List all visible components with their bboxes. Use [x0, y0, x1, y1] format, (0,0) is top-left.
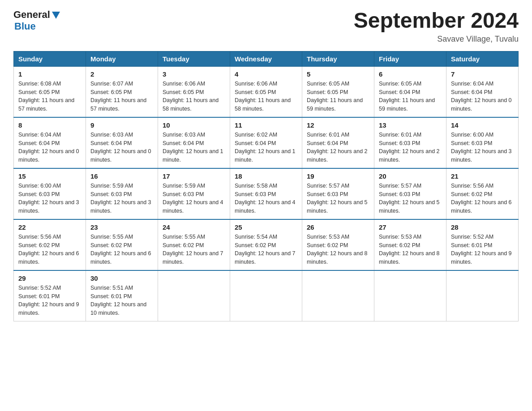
- day-info: Sunrise: 6:07 AMSunset: 6:05 PMDaylight:…: [90, 80, 153, 113]
- calendar-cell: [446, 270, 519, 321]
- day-info: Sunrise: 6:02 AMSunset: 6:04 PMDaylight:…: [235, 131, 297, 164]
- day-info: Sunrise: 6:06 AMSunset: 6:05 PMDaylight:…: [235, 80, 297, 113]
- calendar-cell: 30Sunrise: 5:51 AMSunset: 6:01 PMDayligh…: [86, 270, 158, 321]
- header-friday: Friday: [374, 51, 446, 66]
- calendar-week-row: 1Sunrise: 6:08 AMSunset: 6:05 PMDaylight…: [14, 66, 519, 117]
- calendar-cell: 23Sunrise: 5:55 AMSunset: 6:02 PMDayligh…: [86, 219, 158, 270]
- calendar-cell: 14Sunrise: 6:00 AMSunset: 6:03 PMDayligh…: [446, 117, 519, 168]
- logo-triangle-icon: [51, 10, 61, 20]
- day-number: 28: [451, 223, 514, 231]
- day-info: Sunrise: 5:59 AMSunset: 6:03 PMDaylight:…: [163, 182, 225, 215]
- day-info: Sunrise: 6:03 AMSunset: 6:04 PMDaylight:…: [163, 131, 225, 164]
- day-info: Sunrise: 5:58 AMSunset: 6:03 PMDaylight:…: [235, 182, 297, 215]
- header-saturday: Saturday: [446, 51, 519, 66]
- day-number: 8: [18, 121, 81, 129]
- logo-blue: Blue: [14, 21, 36, 32]
- calendar-cell: 20Sunrise: 5:57 AMSunset: 6:03 PMDayligh…: [374, 168, 446, 219]
- day-number: 29: [18, 274, 81, 282]
- logo-general: General: [13, 9, 50, 21]
- day-info: Sunrise: 6:04 AMSunset: 6:04 PMDaylight:…: [451, 80, 514, 113]
- day-info: Sunrise: 5:51 AMSunset: 6:01 PMDaylight:…: [90, 284, 153, 317]
- day-info: Sunrise: 5:52 AMSunset: 6:01 PMDaylight:…: [451, 233, 514, 266]
- day-number: 26: [307, 223, 369, 231]
- day-number: 14: [451, 121, 514, 129]
- header-sunday: Sunday: [14, 51, 86, 66]
- day-number: 10: [163, 121, 225, 129]
- day-info: Sunrise: 6:00 AMSunset: 6:03 PMDaylight:…: [18, 182, 81, 215]
- day-info: Sunrise: 5:55 AMSunset: 6:02 PMDaylight:…: [90, 233, 153, 266]
- day-info: Sunrise: 6:01 AMSunset: 6:04 PMDaylight:…: [307, 131, 369, 164]
- day-info: Sunrise: 5:53 AMSunset: 6:02 PMDaylight:…: [379, 233, 442, 266]
- day-info: Sunrise: 6:06 AMSunset: 6:05 PMDaylight:…: [163, 80, 225, 113]
- calendar-week-row: 8Sunrise: 6:04 AMSunset: 6:04 PMDaylight…: [14, 117, 519, 168]
- day-info: Sunrise: 5:57 AMSunset: 6:03 PMDaylight:…: [379, 182, 442, 215]
- day-number: 6: [379, 70, 442, 78]
- day-number: 22: [18, 223, 81, 231]
- calendar-cell: 11Sunrise: 6:02 AMSunset: 6:04 PMDayligh…: [230, 117, 302, 168]
- day-info: Sunrise: 6:03 AMSunset: 6:04 PMDaylight:…: [90, 131, 153, 164]
- day-number: 24: [163, 223, 225, 231]
- calendar-cell: 3Sunrise: 6:06 AMSunset: 6:05 PMDaylight…: [158, 66, 230, 117]
- calendar-cell: [158, 270, 230, 321]
- day-info: Sunrise: 6:01 AMSunset: 6:03 PMDaylight:…: [379, 131, 442, 164]
- calendar-header-row: SundayMondayTuesdayWednesdayThursdayFrid…: [14, 51, 519, 66]
- calendar-cell: 19Sunrise: 5:57 AMSunset: 6:03 PMDayligh…: [302, 168, 374, 219]
- day-info: Sunrise: 6:00 AMSunset: 6:03 PMDaylight:…: [451, 131, 514, 164]
- day-info: Sunrise: 5:57 AMSunset: 6:03 PMDaylight:…: [307, 182, 369, 215]
- day-number: 25: [235, 223, 297, 231]
- day-number: 3: [163, 70, 225, 78]
- logo: General Blue: [13, 9, 61, 32]
- day-number: 5: [307, 70, 369, 78]
- calendar-cell: 6Sunrise: 6:05 AMSunset: 6:04 PMDaylight…: [374, 66, 446, 117]
- page-header: General Blue September 2024 Savave Villa…: [13, 9, 519, 44]
- day-number: 4: [235, 70, 297, 78]
- calendar-cell: 28Sunrise: 5:52 AMSunset: 6:01 PMDayligh…: [446, 219, 519, 270]
- calendar-cell: 5Sunrise: 6:05 AMSunset: 6:05 PMDaylight…: [302, 66, 374, 117]
- day-info: Sunrise: 5:56 AMSunset: 6:02 PMDaylight:…: [18, 233, 81, 266]
- calendar-cell: 7Sunrise: 6:04 AMSunset: 6:04 PMDaylight…: [446, 66, 519, 117]
- location-subtitle: Savave Village, Tuvalu: [354, 34, 519, 44]
- calendar-week-row: 15Sunrise: 6:00 AMSunset: 6:03 PMDayligh…: [14, 168, 519, 219]
- calendar-cell: [302, 270, 374, 321]
- calendar-cell: 2Sunrise: 6:07 AMSunset: 6:05 PMDaylight…: [86, 66, 158, 117]
- day-info: Sunrise: 6:05 AMSunset: 6:05 PMDaylight:…: [307, 80, 369, 113]
- calendar-cell: 21Sunrise: 5:56 AMSunset: 6:02 PMDayligh…: [446, 168, 519, 219]
- calendar-cell: 13Sunrise: 6:01 AMSunset: 6:03 PMDayligh…: [374, 117, 446, 168]
- day-number: 12: [307, 121, 369, 129]
- calendar-cell: 24Sunrise: 5:55 AMSunset: 6:02 PMDayligh…: [158, 219, 230, 270]
- calendar-cell: 10Sunrise: 6:03 AMSunset: 6:04 PMDayligh…: [158, 117, 230, 168]
- day-info: Sunrise: 5:53 AMSunset: 6:02 PMDaylight:…: [307, 233, 369, 266]
- calendar-cell: 22Sunrise: 5:56 AMSunset: 6:02 PMDayligh…: [14, 219, 86, 270]
- calendar-week-row: 29Sunrise: 5:52 AMSunset: 6:01 PMDayligh…: [14, 270, 519, 321]
- day-info: Sunrise: 6:04 AMSunset: 6:04 PMDaylight:…: [18, 131, 81, 164]
- calendar-cell: 9Sunrise: 6:03 AMSunset: 6:04 PMDaylight…: [86, 117, 158, 168]
- calendar-cell: 16Sunrise: 5:59 AMSunset: 6:03 PMDayligh…: [86, 168, 158, 219]
- day-number: 20: [379, 172, 442, 180]
- day-info: Sunrise: 6:08 AMSunset: 6:05 PMDaylight:…: [18, 80, 81, 113]
- day-info: Sunrise: 5:52 AMSunset: 6:01 PMDaylight:…: [18, 284, 81, 317]
- calendar-cell: 15Sunrise: 6:00 AMSunset: 6:03 PMDayligh…: [14, 168, 86, 219]
- calendar-cell: [230, 270, 302, 321]
- day-number: 15: [18, 172, 81, 180]
- calendar-table: SundayMondayTuesdayWednesdayThursdayFrid…: [13, 51, 519, 321]
- day-number: 17: [163, 172, 225, 180]
- day-info: Sunrise: 5:59 AMSunset: 6:03 PMDaylight:…: [90, 182, 153, 215]
- calendar-cell: 17Sunrise: 5:59 AMSunset: 6:03 PMDayligh…: [158, 168, 230, 219]
- calendar-cell: 1Sunrise: 6:08 AMSunset: 6:05 PMDaylight…: [14, 66, 86, 117]
- calendar-cell: 12Sunrise: 6:01 AMSunset: 6:04 PMDayligh…: [302, 117, 374, 168]
- day-number: 1: [18, 70, 81, 78]
- day-number: 23: [90, 223, 153, 231]
- day-number: 16: [90, 172, 153, 180]
- day-number: 2: [90, 70, 153, 78]
- day-info: Sunrise: 5:54 AMSunset: 6:02 PMDaylight:…: [235, 233, 297, 266]
- day-number: 27: [379, 223, 442, 231]
- header-wednesday: Wednesday: [230, 51, 302, 66]
- day-number: 13: [379, 121, 442, 129]
- header-thursday: Thursday: [302, 51, 374, 66]
- day-info: Sunrise: 6:05 AMSunset: 6:04 PMDaylight:…: [379, 80, 442, 113]
- calendar-cell: 4Sunrise: 6:06 AMSunset: 6:05 PMDaylight…: [230, 66, 302, 117]
- day-info: Sunrise: 5:55 AMSunset: 6:02 PMDaylight:…: [163, 233, 225, 266]
- calendar-cell: [374, 270, 446, 321]
- day-number: 9: [90, 121, 153, 129]
- day-number: 7: [451, 70, 514, 78]
